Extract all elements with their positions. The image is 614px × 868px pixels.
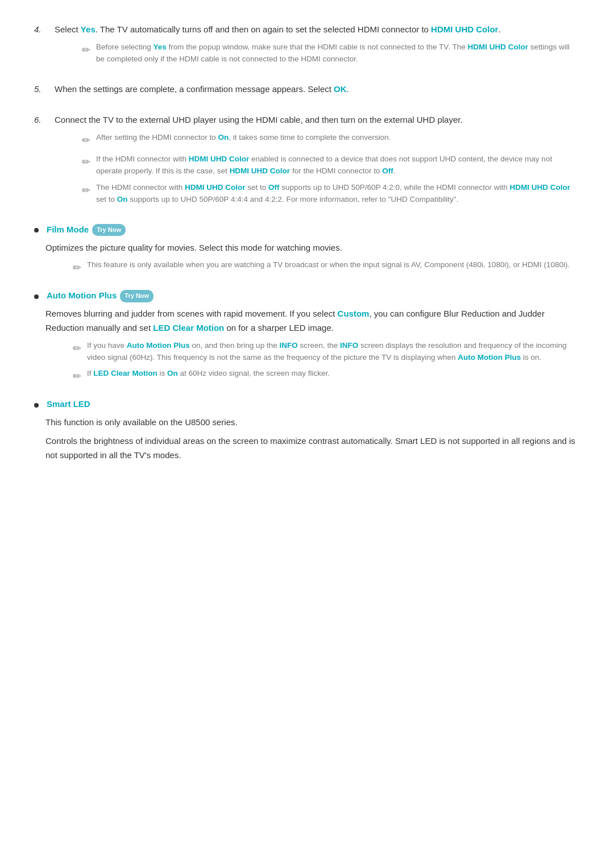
pencil-icon: ✏: [82, 182, 90, 199]
body-text-span: from the popup window, make sure that th…: [167, 43, 468, 51]
step-notes: ✏ After setting the HDMI connector to On…: [55, 132, 580, 205]
highlighted-term: HDMI UHD Color: [510, 183, 571, 192]
body-text-span: .: [498, 24, 500, 34]
body-text-span: is on.: [521, 353, 541, 362]
bullet-body-line: This function is only available on the U…: [45, 416, 580, 430]
step-body: Select Yes. The TV automatically turns o…: [55, 23, 580, 37]
body-text-span: After setting the HDMI connector to: [96, 133, 218, 142]
note-item: ✏ Before selecting Yes from the popup wi…: [82, 41, 580, 65]
highlighted-term: Off: [382, 167, 393, 175]
body-text-span: is: [157, 369, 167, 377]
highlighted-term: On: [218, 133, 229, 142]
highlighted-term: Auto Motion Plus: [458, 353, 521, 362]
try-now-badge[interactable]: Try Now: [92, 224, 126, 236]
note-text: This feature is only available when you …: [87, 259, 570, 271]
body-text-span: Connect the TV to the external UHD playe…: [55, 115, 463, 124]
note-item: ✏ If the HDMI connector with HDMI UHD Co…: [82, 153, 580, 177]
note-item: ✏ The HDMI connector with HDMI UHD Color…: [82, 182, 580, 206]
body-text-span: for the HDMI connector to: [290, 167, 382, 175]
highlighted-term: On: [117, 195, 128, 203]
body-text-span: .: [393, 167, 396, 175]
pencil-icon: ✏: [82, 154, 90, 171]
body-text-span: at 60Hz video signal, the screen may fli…: [178, 369, 330, 377]
bullet-header: Film ModeTry Now: [45, 223, 580, 236]
highlighted-term: HDMI UHD Color: [185, 183, 246, 192]
highlighted-term: LED Clear Motion: [153, 323, 224, 333]
bullet-title: Film ModeTry Now: [47, 223, 126, 236]
step-number: 4.: [34, 23, 55, 36]
note-text: If the HDMI connector with HDMI UHD Colo…: [96, 153, 580, 177]
bullet-section-film-mode: Film ModeTry Now Optimizes the picture q…: [34, 223, 580, 277]
bullet-header: Smart LED: [45, 397, 580, 411]
note-text: The HDMI connector with HDMI UHD Color s…: [96, 182, 580, 206]
highlighted-term: Auto Motion Plus: [47, 290, 117, 300]
step-number: 5.: [34, 82, 55, 96]
step-item-5: 5.When the settings are complete, a conf…: [34, 82, 580, 101]
bullet-section-auto-motion-plus: Auto Motion PlusTry Now Removes blurring…: [34, 289, 580, 385]
body-text-span: If you have: [87, 341, 127, 350]
step-item-4: 4.Select Yes. The TV automatically turns…: [34, 23, 580, 70]
highlighted-term: Off: [268, 183, 280, 192]
pencil-icon: ✏: [73, 260, 81, 276]
highlighted-term: OK: [334, 84, 347, 94]
step-number: 6.: [34, 113, 55, 127]
body-text-span: If: [87, 369, 93, 377]
highlighted-term: INFO: [340, 341, 358, 350]
highlighted-term: On: [167, 369, 178, 377]
bullet-body: Removes blurring and judder from scenes …: [45, 307, 580, 335]
bullet-dot: [34, 228, 39, 232]
bullet-title: Auto Motion PlusTry Now: [47, 289, 154, 302]
highlighted-term: HDMI UHD Color: [189, 155, 250, 163]
try-now-badge[interactable]: Try Now: [120, 290, 154, 302]
bullet-dot: [34, 294, 39, 299]
bullet-body: Optimizes the picture quality for movies…: [45, 241, 580, 255]
step-content: When the settings are complete, a confir…: [55, 82, 580, 101]
body-text-span: set to: [96, 195, 117, 203]
note-item: ✏ If LED Clear Motion is On at 60Hz vide…: [73, 368, 580, 385]
highlighted-term: Custom: [338, 309, 370, 318]
bullet-body-line: Controls the brightness of individual ar…: [45, 434, 580, 463]
body-text-span: If the HDMI connector with: [96, 155, 189, 163]
bullet-notes: ✏ If you have Auto Motion Plus on, and t…: [45, 340, 580, 385]
note-text: Before selecting Yes from the popup wind…: [96, 41, 580, 65]
highlighted-term: INFO: [279, 341, 297, 350]
highlighted-term: Film Mode: [47, 225, 89, 234]
highlighted-term: HDMI UHD Color: [467, 43, 528, 51]
note-text: After setting the HDMI connector to On, …: [96, 132, 391, 144]
pencil-icon: ✏: [82, 132, 90, 149]
highlighted-term: LED Clear Motion: [93, 369, 157, 377]
highlighted-term: Smart LED: [47, 399, 90, 409]
highlighted-term: HDMI UHD Color: [431, 24, 498, 34]
note-item: ✏ After setting the HDMI connector to On…: [82, 132, 580, 149]
body-text-span: . The TV automatically turns off and the…: [96, 24, 431, 34]
body-text-span: supports up to UHD 50P/60P 4:4:4 and 4:2…: [128, 195, 459, 203]
body-text-span: When the settings are complete, a confir…: [55, 84, 334, 94]
body-text-span: Before selecting: [96, 43, 154, 51]
pencil-icon: ✏: [73, 340, 81, 357]
bullet-title: Smart LED: [47, 397, 90, 411]
note-item: ✏ This feature is only available when yo…: [73, 259, 580, 276]
body-text-span: on, and then bring up the: [190, 341, 280, 350]
step-body: When the settings are complete, a confir…: [55, 82, 580, 97]
step-body: Connect the TV to the external UHD playe…: [55, 113, 580, 127]
body-text-span: set to: [246, 183, 269, 192]
body-text-span: This feature is only available when you …: [87, 260, 570, 269]
note-text: If you have Auto Motion Plus on, and the…: [87, 340, 580, 364]
bullet-header: Auto Motion PlusTry Now: [45, 289, 580, 302]
body-text-span: screen, the: [298, 341, 340, 350]
body-text-span: , it takes some time to complete the con…: [229, 133, 391, 142]
steps-container: 4.Select Yes. The TV automatically turns…: [34, 23, 580, 210]
step-item-6: 6.Connect the TV to the external UHD pla…: [34, 113, 580, 210]
body-text-span: Select: [55, 24, 81, 34]
body-text-span: .: [347, 84, 349, 94]
pencil-icon: ✏: [82, 42, 90, 59]
highlighted-term: HDMI UHD Color: [230, 167, 291, 175]
body-text-span: Removes blurring and judder from scenes …: [45, 309, 338, 318]
highlighted-term: Yes: [154, 43, 167, 51]
bullet-section-smart-led: Smart LED This function is only availabl…: [34, 397, 580, 462]
step-notes: ✏ Before selecting Yes from the popup wi…: [55, 41, 580, 65]
step-content: Select Yes. The TV automatically turns o…: [55, 23, 580, 70]
step-content: Connect the TV to the external UHD playe…: [55, 113, 580, 210]
bullet-notes: ✏ This feature is only available when yo…: [45, 259, 580, 276]
bullets-container: Film ModeTry Now Optimizes the picture q…: [34, 223, 580, 463]
